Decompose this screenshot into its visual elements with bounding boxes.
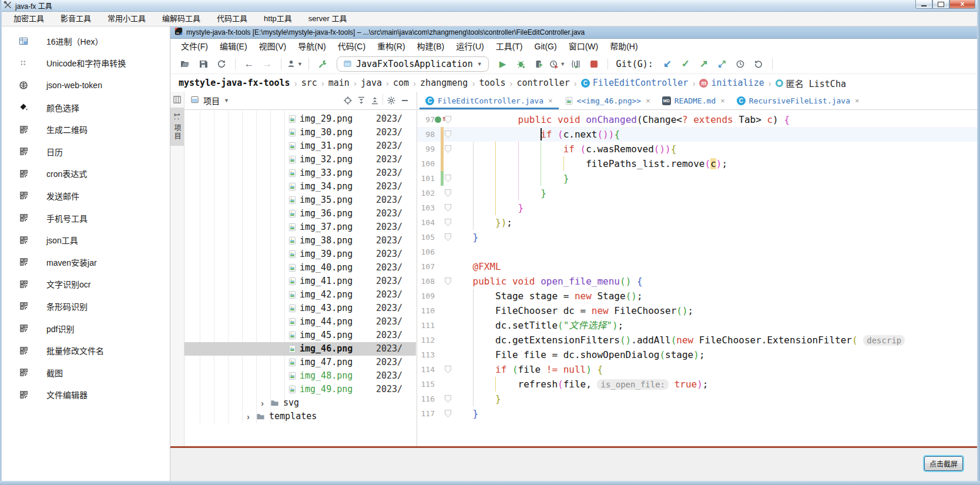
tree-row[interactable]: img_36.png 2023/ [184, 207, 416, 220]
app-menu-item[interactable]: server 工具 [300, 12, 355, 26]
git-merge-button[interactable] [714, 56, 730, 72]
run-button[interactable]: ▶ [495, 56, 511, 72]
ide-menu-item[interactable]: 工具(T) [490, 39, 529, 54]
code-line[interactable]: 109 Stage stage = new Stage(); [417, 289, 977, 303]
code-line[interactable]: 117 } [417, 406, 977, 421]
breadcrumb-item[interactable]: minitialize [699, 78, 764, 88]
breadcrumb-item[interactable]: tools [479, 78, 505, 88]
tree-row[interactable]: img_35.png 2023/ [184, 193, 416, 207]
run-configuration-select[interactable]: JavaFxToolsApplication▼ [337, 56, 489, 72]
code-line[interactable]: 100 filePaths_list.remove(c); [417, 156, 977, 171]
code-line[interactable]: 115 refresh(file, is_open_file: true); [417, 377, 977, 392]
app-menu-item[interactable]: 加密工具 [5, 12, 52, 26]
tree-row[interactable]: img_43.png 2023/ [184, 302, 416, 315]
ide-menu-item[interactable]: 代码(C) [332, 39, 371, 54]
editor-tab[interactable]: CRecursiveFileList.java× [731, 92, 865, 109]
sidebar-item[interactable]: 截图 [2, 362, 170, 384]
code-line[interactable]: 99 if (c.wasRemoved()){ [417, 142, 977, 156]
sidebar-item[interactable]: 颜色选择 [2, 96, 170, 119]
back-button[interactable]: ← [241, 56, 257, 72]
code-line[interactable]: 107 @FXML [417, 259, 977, 274]
breadcrumb-item[interactable]: src [301, 78, 317, 88]
tree-row[interactable]: img_33.png 2023/ [184, 166, 416, 180]
git-push-button[interactable]: ↗ [696, 56, 711, 72]
code-line[interactable]: 113 File file = dc.showOpenDialog(stage)… [417, 347, 977, 362]
expand-all-button[interactable] [354, 94, 368, 108]
tree-row[interactable]: img_47.png 2023/ [184, 356, 416, 369]
breadcrumb-item[interactable]: main [328, 78, 350, 88]
tree-row[interactable]: img_46.png 2023/ [184, 342, 416, 356]
sidebar-item[interactable]: 生成二维码 [2, 118, 170, 141]
code-line[interactable]: 104 }); [417, 215, 977, 230]
code-line[interactable]: 108 public void open_file_menu() { [417, 274, 977, 289]
sidebar-item[interactable]: maven安装jar [2, 251, 170, 273]
app-menu-item[interactable]: 常用小工具 [99, 12, 154, 26]
breadcrumb-item[interactable]: java [361, 78, 382, 88]
stop-button[interactable] [586, 56, 602, 72]
tree-row[interactable]: img_29.png 2023/ [184, 112, 416, 126]
sidebar-item[interactable]: 日历 [2, 141, 170, 163]
editor-tab[interactable]: CFileEditController.java× [419, 92, 559, 109]
ide-menu-item[interactable]: 窗口(W) [563, 39, 605, 54]
code-editor[interactable]: 97↑ public void onChanged(Change<? exten… [417, 111, 977, 446]
tab-close-icon[interactable]: × [548, 96, 553, 105]
hide-button[interactable] [398, 94, 411, 108]
tree-row[interactable]: img_30.png 2023/ [184, 126, 416, 139]
breadcrumb-item[interactable]: CFileEditController [581, 78, 689, 88]
minimize-button[interactable] [915, 0, 932, 9]
screenshot-button[interactable]: 点击截屏 [924, 456, 963, 471]
sidebar-item[interactable]: Unicode和字符串转换 [2, 52, 170, 75]
tree-row[interactable]: img_38.png 2023/ [184, 234, 416, 247]
ide-menu-item[interactable]: 视图(V) [253, 39, 293, 54]
build-wrench-button[interactable] [315, 56, 330, 72]
sidebar-item[interactable]: 文件编辑器 [2, 384, 170, 406]
ide-menu-item[interactable]: 导航(N) [292, 39, 331, 54]
breadcrumb-item[interactable]: mystyle-java-fx-tools [179, 78, 290, 88]
debug-button[interactable] [514, 56, 529, 72]
tab-close-icon[interactable]: × [646, 96, 650, 105]
project-tree[interactable]: img_29.png 2023/ img_30.png 2023/ img_31… [184, 111, 416, 446]
code-line[interactable]: 110 FileChooser dc = new FileChooser(); [417, 303, 977, 318]
attach-debugger-button[interactable] [568, 56, 583, 72]
ide-menu-item[interactable]: 重构(R) [371, 39, 411, 54]
tree-row[interactable]: img_32.png 2023/ [184, 153, 416, 166]
breadcrumb-item[interactable]: com [393, 78, 409, 88]
tree-row[interactable]: img_41.png 2023/ [184, 275, 416, 288]
tree-row[interactable]: img_48.png 2023/ [184, 369, 416, 383]
ide-menu-item[interactable]: 帮助(H) [604, 39, 643, 54]
code-line[interactable]: 112 dc.getExtensionFilters().addAll(new … [417, 333, 977, 347]
code-line[interactable]: 97↑ public void onChanged(Change<? exten… [417, 112, 977, 127]
ide-menu-item[interactable]: 编辑(E) [214, 39, 253, 54]
tree-row[interactable]: img_40.png 2023/ [184, 261, 416, 275]
project-tool-window-button[interactable]: 1: 项目 [170, 108, 184, 146]
code-line[interactable]: 111 dc.setTitle("文件选择"); [417, 318, 977, 333]
code-line[interactable]: 103 } [417, 200, 977, 215]
breadcrumb-item[interactable]: controller [517, 78, 570, 88]
sidebar-item[interactable]: json工具 [2, 229, 170, 251]
tree-row[interactable]: › templates [184, 410, 416, 423]
close-button[interactable]: × [949, 0, 975, 9]
user-button[interactable]: ▼ [287, 56, 303, 72]
code-line[interactable]: 102 } [417, 186, 977, 200]
tree-row[interactable]: › svg [184, 396, 416, 410]
editor-tab[interactable]: <<img_46.png>>× [559, 92, 656, 109]
code-line[interactable]: 116 } [417, 392, 977, 406]
git-history-button[interactable] [733, 56, 748, 72]
ide-menu-item[interactable]: 构建(B) [411, 39, 451, 54]
locate-button[interactable] [341, 94, 354, 108]
code-line[interactable]: 101 } [417, 171, 977, 186]
tree-row[interactable]: img_34.png 2023/ [184, 180, 416, 193]
app-menu-item[interactable]: 代码工具 [209, 12, 256, 26]
open-folder-button[interactable] [177, 56, 193, 72]
editor-tab[interactable]: MDREADME.md× [656, 92, 731, 109]
app-menu-item[interactable]: 编解码工具 [154, 12, 209, 26]
tree-row[interactable]: img_44.png 2023/ [184, 315, 416, 329]
code-line[interactable]: 106 [417, 245, 977, 259]
sidebar-item[interactable]: 文字识别ocr [2, 273, 170, 296]
tree-row[interactable]: img_42.png 2023/ [184, 288, 416, 302]
code-line[interactable]: 114 if (file != null) { [417, 362, 977, 377]
coverage-button[interactable] [532, 56, 547, 72]
app-menu-item[interactable]: http工具 [256, 12, 300, 26]
chevron-right-icon[interactable]: › [261, 396, 264, 410]
tree-row[interactable]: img_39.png 2023/ [184, 247, 416, 261]
